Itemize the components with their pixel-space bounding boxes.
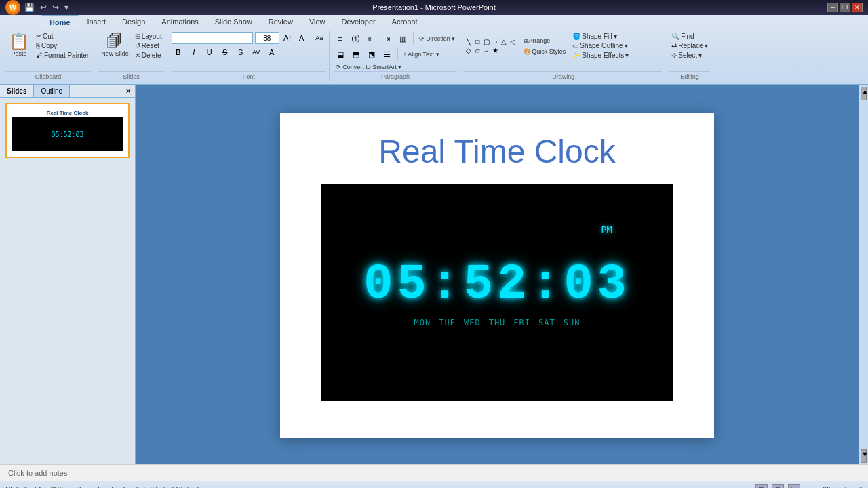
char-spacing-btn[interactable]: AV [250,46,263,58]
align-right-btn[interactable]: ⬔ [365,48,378,60]
reset-button[interactable]: ↺ Reset [133,41,164,50]
increase-indent-btn[interactable]: ⇥ [380,33,394,45]
slide-thumbnail-1[interactable]: Real Time Clock 05:52:03 [5,103,130,158]
tab-slides[interactable]: Slides [0,85,34,97]
shapes-gallery: ╲ □ ▢ ○ △ ◁ ◇ ▱ → ★ [465,37,519,54]
font-name-input[interactable] [172,32,253,44]
drawing-label: Drawing [465,71,662,80]
slide-canvas[interactable]: Real Time Clock PM 05:52:03 MON TUE WED … [280,113,714,438]
panel-close-btn[interactable]: ✕ [121,85,135,97]
strikethrough-btn[interactable]: S [218,46,232,58]
reset-icon: ↺ [135,42,140,49]
notes-placeholder[interactable]: Click to add notes [8,469,67,477]
day-wed: WED [464,318,481,327]
columns-btn[interactable]: ▥ [396,33,410,45]
find-button[interactable]: 🔍 Find [669,32,710,41]
restore-btn[interactable]: ❐ [840,3,850,12]
normal-view-btn[interactable]: ⊞ [755,484,768,489]
numbering-btn[interactable]: ⑴ [349,33,363,45]
star-icon[interactable]: ★ [491,46,499,54]
tab-animations[interactable]: Animations [153,15,206,29]
notes-bar[interactable]: Click to add notes [0,464,868,481]
slide-sorter-btn[interactable]: ⊟ [772,484,784,489]
shape-effects-btn[interactable]: ✨ Shape Effects ▾ [570,51,631,60]
replace-button[interactable]: ⇄ Replace ▾ [669,41,710,50]
tab-developer[interactable]: Developer [334,15,384,29]
line-icon[interactable]: ╲ [465,37,473,45]
font-color-btn[interactable]: A [265,46,279,58]
arrow-icon[interactable]: → [482,46,490,54]
tab-home[interactable]: Home [41,15,79,30]
quick-styles-button[interactable]: 🎨 Quick Styles [521,47,568,56]
cut-icon: ✂ [36,33,41,40]
font-group-content: A⁺ A⁻ Aa B I U S S AV A [172,32,326,71]
slideshow-btn[interactable]: ▷ [788,484,800,489]
copy-button[interactable]: ⎘ Copy [34,41,91,50]
scroll-up-btn[interactable]: ▲ [861,87,867,100]
paste-button[interactable]: 📋 Paste [5,32,33,58]
align-center-btn[interactable]: ⬒ [349,48,363,60]
undo-quick-btn[interactable]: ↩ [39,1,48,14]
arrange-icon: ⧉ [524,37,528,45]
office-button[interactable]: W [5,0,20,15]
right-scrollbar[interactable]: ▲ ▼ [859,85,868,464]
quick-access-toolbar: 💾 ↩ ↪ ▾ [23,1,70,14]
shadow-btn[interactable]: S [234,46,248,58]
decrease-indent-btn[interactable]: ⇤ [365,33,378,45]
format-painter-button[interactable]: 🖌 Format Painter [34,51,91,60]
tab-outline[interactable]: Outline [34,85,70,97]
save-quick-btn[interactable]: 💾 [23,1,36,14]
more-quick-btn[interactable]: ▾ [63,1,70,14]
language-info[interactable]: English (United States) [123,485,199,489]
rt-triangle-icon[interactable]: ◁ [509,37,517,45]
arrange-button[interactable]: ⧉ Arrange [521,36,568,46]
layout-button[interactable]: ⊞ Layout [133,32,164,41]
new-slide-button[interactable]: 🗐 New Slide [98,32,132,58]
tab-review[interactable]: Review [260,15,301,29]
increase-font-btn[interactable]: A⁺ [281,32,295,44]
rounded-rect-icon[interactable]: ▢ [482,37,490,45]
text-direction-btn[interactable]: ⟳ Direction ▾ [417,35,458,43]
copy-icon: ⎘ [36,42,40,49]
italic-btn[interactable]: I [187,46,201,58]
tab-view[interactable]: View [301,15,334,29]
oval-icon[interactable]: ○ [491,37,499,45]
zoom-in-btn[interactable]: ＋ [840,483,852,489]
title-bar: W 💾 ↩ ↪ ▾ Presentation1 - Microsoft Powe… [0,0,868,15]
bullets-btn[interactable]: ≡ [334,33,347,45]
font-row1: A⁺ A⁻ Aa [172,32,326,44]
scroll-down-btn[interactable]: ▼ [861,449,867,463]
underline-btn[interactable]: U [203,46,216,58]
parallelogram-icon[interactable]: ▱ [473,46,481,54]
align-left-btn[interactable]: ⬓ [334,48,347,60]
rect-icon[interactable]: □ [473,37,481,45]
shape-fill-btn[interactable]: 🪣 Shape Fill ▾ [570,32,631,41]
spell-check-icon[interactable]: ✓ [108,485,115,488]
tab-design[interactable]: Design [114,15,153,29]
delete-button[interactable]: ✕ Delete [133,51,164,60]
triangle-icon[interactable]: △ [500,37,508,45]
quick-styles-icon: 🎨 [524,48,531,55]
decrease-font-btn[interactable]: A⁻ [297,32,311,44]
justify-btn[interactable]: ☰ [380,48,394,60]
convert-smartart-btn[interactable]: ⟳ Convert to SmartArt ▾ [334,63,404,71]
close-btn[interactable]: ✕ [852,3,863,12]
font-size-input[interactable] [255,32,279,44]
tab-acrobat[interactable]: Acrobat [384,15,426,29]
cut-button[interactable]: ✂ Cut [34,32,91,41]
slide-container[interactable]: Real Time Clock PM 05:52:03 MON TUE WED … [136,85,859,464]
slide-thumb-title: Real Time Clock [12,110,123,116]
align-text-btn[interactable]: ↕ Align Text ▾ [401,50,441,58]
drawing-row1: ╲ □ ▢ ○ △ ◁ ◇ ▱ → ★ ⧉ Arrange [465,32,631,60]
bold-btn[interactable]: B [172,46,185,58]
select-button[interactable]: ⊹ Select ▾ [669,51,710,60]
diamond-icon[interactable]: ◇ [465,46,473,54]
tab-slideshow[interactable]: Slide Show [207,15,260,29]
tab-insert[interactable]: Insert [79,15,115,29]
zoom-out-btn[interactable]: － [804,483,816,489]
clear-format-btn[interactable]: Aa [313,32,326,44]
fit-slide-btn[interactable]: ⤢ [856,485,863,489]
redo-quick-btn[interactable]: ↪ [51,1,60,14]
shape-outline-btn[interactable]: ▭ Shape Outline ▾ [570,41,631,50]
minimize-btn[interactable]: ─ [827,3,838,12]
